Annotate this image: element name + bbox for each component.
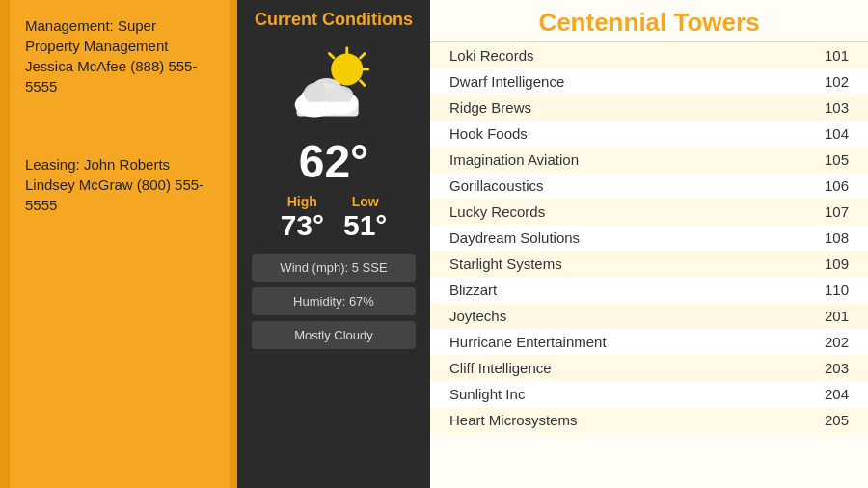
tenant-name: Heart Microsystems xyxy=(449,412,578,428)
tenant-row: Hook Foods104 xyxy=(430,121,868,147)
tenant-name: Hook Foods xyxy=(449,125,528,142)
svg-rect-12 xyxy=(297,102,359,117)
tenant-unit: 202 xyxy=(825,334,849,350)
tenant-name: Sunlight Inc xyxy=(449,386,525,402)
tenant-row: Imagination Aviation105 xyxy=(430,147,868,173)
tenant-unit: 106 xyxy=(825,177,849,194)
tenant-unit: 105 xyxy=(825,151,849,168)
tenant-unit: 107 xyxy=(825,203,849,220)
tenant-name: Blizzart xyxy=(449,282,497,298)
tenant-unit: 205 xyxy=(825,412,849,428)
svg-line-4 xyxy=(361,81,366,86)
management-label: Management: Super Property Management xyxy=(25,15,214,56)
high-low-row: High 73° Low 51° xyxy=(281,194,388,242)
tenant-unit: 104 xyxy=(825,125,849,142)
tenant-name: Imagination Aviation xyxy=(449,151,579,168)
weather-title: Current Conditions xyxy=(255,10,413,30)
tenant-name: Dwarf Intelligence xyxy=(449,73,564,90)
high-label: High xyxy=(287,194,317,209)
svg-line-5 xyxy=(329,53,334,58)
low-label: Low xyxy=(352,194,379,209)
tenant-name: Starlight Systems xyxy=(449,256,562,272)
tenant-row: Ridge Brews103 xyxy=(430,95,868,121)
leasing-contact: Lindsey McGraw (800) 555-5555 xyxy=(25,175,214,215)
left-accent-stripe xyxy=(0,0,10,488)
right-accent-stripe xyxy=(230,0,237,488)
left-panel: Management: Super Property Management Je… xyxy=(10,0,230,488)
tenant-row: Sunlight Inc204 xyxy=(430,381,868,407)
tenant-row: Lucky Records107 xyxy=(430,199,868,225)
weather-icon xyxy=(281,43,387,125)
tenant-unit: 108 xyxy=(825,230,849,246)
wind-box: Wind (mph): 5 SSE xyxy=(252,254,416,282)
tenant-name: Daydream Solutions xyxy=(449,230,580,246)
tenants-list: Loki Records101Dwarf Intelligence102Ridg… xyxy=(430,42,868,488)
tenant-name: Ridge Brews xyxy=(449,99,531,116)
leasing-label: Leasing: John Roberts xyxy=(25,154,214,175)
tenant-row: Dwarf Intelligence102 xyxy=(430,68,868,95)
current-temperature: 62° xyxy=(299,135,369,188)
high-box: High 73° xyxy=(281,194,324,242)
weather-panel: Current Conditions 62° High 73° xyxy=(237,0,430,488)
tenant-name: Cliff Intelligence xyxy=(449,360,552,376)
tenant-unit: 204 xyxy=(825,386,849,402)
tenant-row: Hurricane Entertainment202 xyxy=(430,329,868,355)
tenant-unit: 102 xyxy=(825,73,849,90)
tenant-unit: 103 xyxy=(825,99,849,116)
svg-point-11 xyxy=(325,85,353,104)
management-contact: Jessica McAfee (888) 555-5555 xyxy=(25,56,214,96)
high-value: 73° xyxy=(281,209,324,242)
tenant-row: Blizzart110 xyxy=(430,277,868,303)
svg-point-10 xyxy=(304,83,329,104)
tenant-unit: 101 xyxy=(825,47,849,64)
tenants-panel: Centennial Towers Loki Records101Dwarf I… xyxy=(430,0,868,488)
tenant-row: Daydream Solutions108 xyxy=(430,225,868,251)
low-value: 51° xyxy=(343,209,387,242)
svg-line-2 xyxy=(361,53,366,58)
low-box: Low 51° xyxy=(343,194,387,242)
tenant-name: Lucky Records xyxy=(449,203,545,220)
leasing-section: Leasing: John Roberts Lindsey McGraw (80… xyxy=(25,154,214,215)
tenant-name: Hurricane Entertainment xyxy=(449,334,607,350)
tenant-row: Gorillacoustics106 xyxy=(430,173,868,199)
tenant-name: Gorillacoustics xyxy=(449,177,544,194)
tenant-unit: 203 xyxy=(825,360,849,376)
tenant-row: Joytechs201 xyxy=(430,303,868,329)
management-section: Management: Super Property Management Je… xyxy=(25,15,214,96)
tenant-unit: 109 xyxy=(825,256,849,272)
condition-box: Mostly Cloudy xyxy=(252,321,416,349)
tenant-unit: 110 xyxy=(825,282,849,298)
tenant-unit: 201 xyxy=(825,308,849,324)
tenant-row: Loki Records101 xyxy=(430,42,868,68)
building-header: Centennial Towers xyxy=(430,0,868,42)
app-container: Management: Super Property Management Je… xyxy=(0,0,868,488)
tenant-row: Starlight Systems109 xyxy=(430,251,868,277)
tenant-row: Heart Microsystems205 xyxy=(430,407,868,433)
building-title: Centennial Towers xyxy=(538,8,759,37)
tenant-name: Joytechs xyxy=(449,308,506,324)
humidity-box: Humidity: 67% xyxy=(252,287,416,315)
tenant-name: Loki Records xyxy=(449,47,534,64)
tenant-row: Cliff Intelligence203 xyxy=(430,355,868,381)
